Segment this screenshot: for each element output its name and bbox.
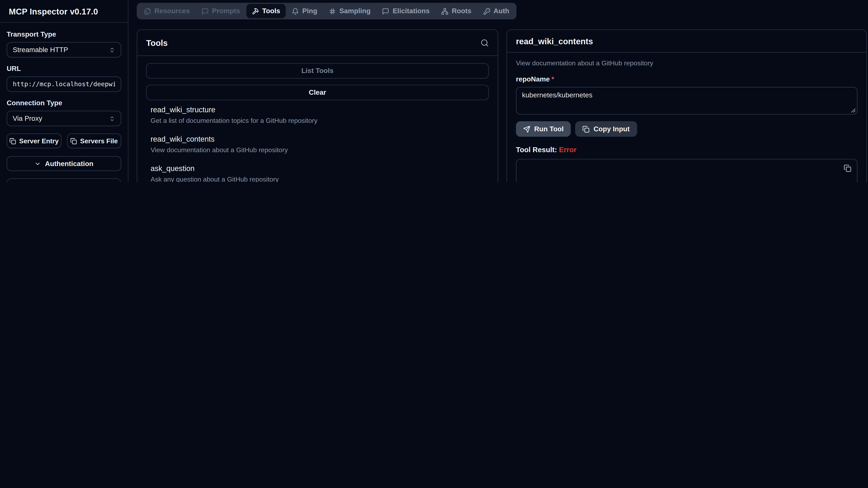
tool-list-item[interactable]: read_wiki_structure Get a list of docume… <box>146 100 489 130</box>
hash-icon <box>329 7 336 15</box>
list-tools-button[interactable]: List Tools <box>146 63 489 79</box>
chevron-down-icon <box>34 160 41 167</box>
tab-label: Roots <box>452 7 471 15</box>
message-square-icon <box>382 7 389 15</box>
clear-tools-button[interactable]: Clear <box>146 85 489 100</box>
tab-elicitations[interactable]: Elicitations <box>377 4 435 19</box>
tool-list-item[interactable]: ask_question Ask any question about a Gi… <box>146 159 489 182</box>
url-input[interactable] <box>7 76 121 92</box>
copy-result-icon[interactable] <box>844 164 851 172</box>
message-square-icon <box>202 7 209 15</box>
tab-label: Auth <box>494 7 509 15</box>
tool-description: View documentation about a GitHub reposi… <box>151 146 489 154</box>
tool-list-item[interactable]: read_wiki_contents View documentation ab… <box>146 129 489 159</box>
custom-headers-section: Custom Headers JSON + Add <box>7 178 121 182</box>
servers-file-button[interactable]: Servers File <box>67 133 121 148</box>
server-entry-button[interactable]: Server Entry <box>7 133 61 148</box>
main-tab-bar: Resources Prompts Tools Ping Sampling El… <box>137 3 517 19</box>
param-name: repoName <box>516 75 550 83</box>
connection-type-select[interactable]: Via Proxy <box>7 111 121 126</box>
tab-label: Tools <box>262 7 280 15</box>
hammer-icon <box>252 7 259 15</box>
tool-description: Ask any question about a GitHub reposito… <box>151 176 489 182</box>
tab-prompts[interactable]: Prompts <box>196 4 246 19</box>
tools-panel: Tools List Tools Clear read_wiki_structu… <box>137 29 498 182</box>
authentication-toggle-button[interactable]: Authentication <box>7 156 121 171</box>
bell-icon <box>292 7 299 15</box>
tab-resources[interactable]: Resources <box>138 4 195 19</box>
run-tool-label: Run Tool <box>534 125 564 133</box>
sidebar-body: Transport Type Streamable HTTP URL Conne… <box>0 23 128 182</box>
transport-type-value: Streamable HTTP <box>13 46 68 54</box>
key-icon <box>483 7 490 15</box>
connection-type-label: Connection Type <box>7 99 121 107</box>
tool-result-output: "MCP error -32001: Error POSTing to endp… <box>516 159 858 182</box>
app-title: MCP Inspector v0.17.0 <box>9 6 98 16</box>
param-value-textarea[interactable]: kubernetes/kubernetes <box>516 87 858 115</box>
network-icon <box>441 7 448 15</box>
files-icon <box>144 7 151 15</box>
transport-type-label: Transport Type <box>7 30 121 38</box>
url-label: URL <box>7 65 121 72</box>
tab-label: Resources <box>154 7 190 15</box>
tool-result-heading: Tool Result: Error <box>516 146 858 154</box>
required-asterisk: * <box>552 75 554 83</box>
transport-type-select[interactable]: Streamable HTTP <box>7 42 121 58</box>
tool-name: read_wiki_structure <box>151 106 489 114</box>
search-icon[interactable] <box>480 38 489 47</box>
tool-name: read_wiki_contents <box>151 135 489 143</box>
connection-type-value: Via Proxy <box>13 115 42 122</box>
mcp-inspector-app: MCP Inspector v0.17.0 Transport Type Str… <box>0 0 868 182</box>
tab-label: Sampling <box>340 7 371 15</box>
tab-ping[interactable]: Ping <box>286 4 323 19</box>
copy-icon <box>9 138 16 144</box>
tab-label: Prompts <box>212 7 240 15</box>
param-label: repoName* <box>516 75 858 83</box>
tab-label: Elicitations <box>393 7 430 15</box>
sidebar-header: MCP Inspector v0.17.0 <box>0 0 128 23</box>
tab-label: Ping <box>302 7 317 15</box>
copy-input-label: Copy Input <box>594 125 630 133</box>
run-tool-button[interactable]: Run Tool <box>516 121 571 137</box>
tool-detail-description: View documentation about a GitHub reposi… <box>516 59 858 67</box>
tab-auth[interactable]: Auth <box>477 4 515 19</box>
tool-name: ask_question <box>151 164 489 173</box>
tool-result-label: Tool Result: <box>516 146 557 154</box>
tool-detail-title: read_wiki_contents <box>516 36 593 46</box>
servers-file-label: Servers File <box>80 137 118 145</box>
tab-sampling[interactable]: Sampling <box>323 4 376 19</box>
tool-result-status: Error <box>559 146 577 154</box>
tool-description: Get a list of documentation topics for a… <box>151 117 489 124</box>
tab-tools[interactable]: Tools <box>246 4 285 19</box>
send-icon <box>523 125 530 132</box>
tab-roots[interactable]: Roots <box>436 4 477 19</box>
copy-icon <box>70 138 77 144</box>
copy-input-button[interactable]: Copy Input <box>575 121 637 137</box>
tool-detail-panel: read_wiki_contents View documentation ab… <box>506 29 867 182</box>
chevrons-up-down-icon <box>109 115 115 121</box>
copy-icon <box>583 125 590 132</box>
server-entry-label: Server Entry <box>19 137 59 145</box>
tools-panel-title: Tools <box>146 38 168 48</box>
sidebar: MCP Inspector v0.17.0 Transport Type Str… <box>0 0 128 182</box>
authentication-label: Authentication <box>45 160 93 167</box>
chevrons-up-down-icon <box>109 47 115 53</box>
